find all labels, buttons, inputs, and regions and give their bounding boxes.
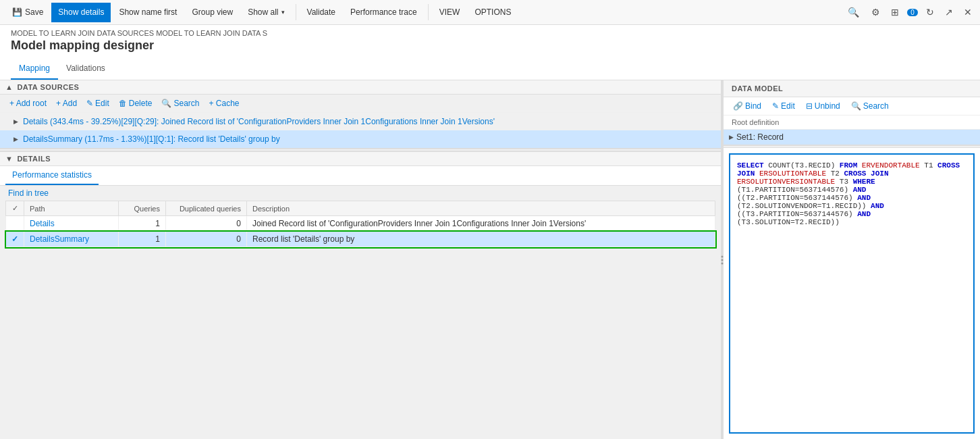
office-icon-button[interactable]: ⊞ — [888, 4, 902, 20]
add-button[interactable]: + Add — [52, 97, 81, 109]
table-row[interactable]: ✓ DetailsSummary 1 0 Record list 'Detail… — [6, 232, 715, 247]
path-link-details-summary[interactable]: DetailsSummary — [30, 234, 89, 244]
tab-performance-statistics[interactable]: Performance statistics — [5, 166, 99, 185]
right-panel-splitter[interactable] — [724, 145, 980, 148]
row-queries-details: 1 — [119, 216, 166, 232]
view-label: VIEW — [439, 7, 460, 17]
sql-table-1: ERVENDORTABLE — [862, 161, 920, 170]
show-name-first-button[interactable]: Show name first — [112, 3, 184, 22]
show-all-button[interactable]: Show all ▾ — [241, 3, 291, 22]
sql-cond-4: ((T3.PARTITION=5637144576) — [737, 210, 857, 218]
data-sources-section: ▲ DATA SOURCES + Add root + Add ✎ Edit — [0, 80, 721, 149]
col-header-queries: Queries — [119, 201, 166, 216]
save-label: Save — [25, 7, 43, 17]
sql-alias-2: T2 — [831, 170, 844, 178]
row-dup-details-summary: 0 — [166, 232, 247, 247]
dm-search-icon: 🔍 — [851, 101, 861, 111]
dm-tree-item-set1[interactable]: ▶ Set1: Record — [724, 130, 980, 145]
performance-trace-button[interactable]: Performance trace — [344, 3, 424, 22]
row-check-details — [6, 216, 24, 232]
tree-label-details-summary: DetailsSummary (11.7ms - 1.33%)[1][Q:1]:… — [23, 134, 280, 144]
v-splitter-handle — [722, 255, 724, 264]
find-in-tree-area: Find in tree — [0, 186, 721, 201]
table-row[interactable]: Details 1 0 Joined Record list of 'Confi… — [6, 216, 715, 232]
sql-cond-1: (T1.PARTITION=5637144576) — [737, 186, 853, 194]
close-icon-button[interactable]: ✕ — [961, 4, 975, 20]
tree-item-details-summary[interactable]: ▶ DetailsSummary (11.7ms - 1.33%)[1][Q:1… — [0, 130, 721, 148]
toolbar-search-button[interactable]: 🔍 — [845, 4, 862, 20]
main-tabs: Mapping Validations — [0, 58, 980, 80]
save-button[interactable]: 💾 Save — [5, 3, 50, 22]
path-link-details[interactable]: Details — [30, 219, 55, 228]
add-root-button[interactable]: + Add root — [5, 97, 51, 109]
performance-table-wrapper: ✓ Path Queries Duplicated queries Descri… — [0, 201, 721, 253]
dm-edit-icon: ✎ — [772, 101, 779, 111]
show-details-button[interactable]: Show details — [51, 3, 111, 22]
tab-mapping[interactable]: Mapping — [11, 58, 58, 80]
show-name-first-label: Show name first — [119, 7, 177, 17]
row-dup-details: 0 — [166, 216, 247, 232]
dm-toolbar: 🔗 Bind ✎ Edit ⊟ Unbind 🔍 Search — [724, 97, 980, 115]
cache-label: + Cache — [209, 99, 239, 108]
unbind-icon: ⊟ — [806, 101, 813, 111]
bind-button[interactable]: 🔗 Bind — [729, 100, 765, 112]
refresh-icon-button[interactable]: ↻ — [923, 4, 937, 20]
tree-expand-details[interactable]: ▶ — [11, 117, 20, 126]
row-path-details: Details — [24, 216, 119, 232]
details-header: ▼ DETAILS — [0, 151, 721, 166]
find-in-tree-link[interactable]: Find in tree — [8, 188, 49, 198]
tab-validations[interactable]: Validations — [58, 58, 113, 80]
options-label: OPTIONS — [474, 7, 511, 17]
details-expand-icon[interactable]: ▼ — [5, 155, 13, 163]
sql-and1: AND — [853, 186, 867, 194]
tree-expand-details-summary[interactable]: ▶ — [11, 134, 20, 144]
page-title: Model mapping designer — [11, 37, 969, 58]
root-definition: Root definition — [724, 115, 980, 130]
add-root-label: + Add root — [9, 99, 47, 108]
tree-item-details[interactable]: ▶ Details (343.4ms - 39.25%)[29][Q:29]: … — [0, 113, 721, 130]
data-sources-label: DATA SOURCES — [17, 83, 79, 91]
sql-where: WHERE — [853, 178, 875, 186]
dm-search-button[interactable]: 🔍 Search — [847, 100, 893, 112]
unbind-button[interactable]: ⊟ Unbind — [802, 100, 844, 112]
delete-button[interactable]: 🗑 Delete — [115, 97, 157, 109]
main-container: MODEL TO LEARN JOIN DATA SOURCES MODEL T… — [0, 25, 980, 439]
content-middle: ▲ DATA SOURCES + Add root + Add ✎ Edit — [0, 80, 721, 439]
dm-edit-label: Edit — [781, 101, 795, 111]
show-all-dropdown-icon: ▾ — [281, 9, 285, 16]
search-label: Search — [173, 99, 199, 108]
details-label: DETAILS — [17, 155, 51, 163]
sql-table-3: ERSOLUTIONVERSIONTABLE — [737, 178, 835, 186]
sql-alias-3: T3 — [840, 178, 853, 186]
sql-and4: AND — [857, 210, 871, 218]
right-panel: DATA MODEL 🔗 Bind ✎ Edit ⊟ Unbind — [724, 80, 980, 439]
sql-cond-3: (T2.SOLUTIONVENDOR=T1.RECID)) — [737, 202, 871, 210]
dm-expand-icon[interactable]: ▶ — [729, 134, 734, 140]
options-button[interactable]: OPTIONS — [468, 3, 518, 22]
sql-cross2: CROSS JOIN — [844, 170, 888, 178]
notification-badge: 0 — [907, 9, 918, 16]
row-path-details-summary: DetailsSummary — [24, 232, 119, 247]
validate-button[interactable]: Validate — [300, 3, 342, 22]
search-icon: 🔍 — [161, 99, 171, 108]
performance-trace-label: Performance trace — [350, 7, 417, 17]
group-view-label: Group view — [192, 7, 233, 17]
separator-2 — [428, 4, 429, 20]
ds-expand-icon[interactable]: ▲ — [5, 83, 13, 91]
view-button[interactable]: VIEW — [433, 3, 467, 22]
details-section: ▼ DETAILS Performance statistics Find in… — [0, 151, 721, 439]
row-check-details-summary: ✓ — [6, 232, 24, 247]
dm-search-label: Search — [863, 101, 889, 111]
save-icon: 💾 — [12, 7, 22, 17]
sql-count: COUNT(T3.RECID) — [768, 161, 840, 170]
edit-button[interactable]: ✎ Edit — [82, 97, 113, 109]
search-button[interactable]: 🔍 Search — [157, 97, 203, 109]
vertical-splitter[interactable] — [721, 80, 724, 439]
expand-icon-button[interactable]: ↗ — [942, 4, 956, 20]
settings-icon-button[interactable]: ⚙ — [869, 4, 883, 20]
cache-button[interactable]: + Cache — [205, 97, 243, 109]
tree-label-details: Details (343.4ms - 39.25%)[29][Q:29]: Jo… — [23, 117, 495, 126]
sql-table-2: ERSOLUTIONTABLE — [759, 170, 826, 178]
group-view-button[interactable]: Group view — [185, 3, 240, 22]
dm-edit-button[interactable]: ✎ Edit — [768, 100, 799, 112]
